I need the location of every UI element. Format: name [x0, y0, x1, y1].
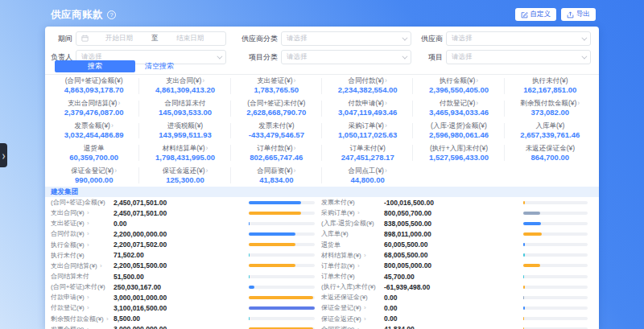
summary-card[interactable]: 合同薪资(¥)›41,834.00 — [231, 164, 322, 187]
metric-bar-track — [249, 201, 315, 204]
project-select[interactable]: 请选择 — [446, 50, 591, 64]
metric-row[interactable]: 支出签证(¥) ›0.00 — [45, 218, 316, 228]
metric-value: 2,200,000,000.00 — [114, 230, 249, 238]
metric-row[interactable]: 材料结算单(¥) ›68,005,500.00 — [316, 250, 599, 261]
metric-label: 发票金额(¥) — [51, 326, 85, 329]
summary-card[interactable]: 订单付款(¥)›802,665,747.46 — [231, 142, 322, 164]
chevron-down-icon — [402, 53, 407, 59]
supplier-category-select[interactable]: 请选择 — [281, 31, 411, 46]
drilldown-arrow-icon: › — [118, 99, 120, 107]
group-metrics-list: (合同+签证)金额(¥)2,450,071,501.00支出合同(¥) ›2,4… — [45, 197, 599, 329]
metric-value: 2,450,071,501.00 — [114, 199, 249, 207]
metric-bar-track — [523, 306, 588, 310]
card-label: 合同付款(¥) — [349, 76, 384, 84]
summary-card[interactable]: 合同点工(¥)›44,800.00 — [322, 164, 413, 187]
summary-card[interactable]: 合同付款(¥)›2,234,382,554.00 — [322, 75, 413, 97]
export-label: 导出 — [576, 10, 590, 19]
drilldown-arrow-icon: › — [85, 209, 89, 216]
drilldown-arrow-icon: › — [385, 167, 387, 175]
metric-row[interactable]: 合同付款(¥) ›2,200,000,000.00 — [45, 228, 316, 239]
project-category-label: 项目分类 — [236, 50, 278, 64]
metric-bar-fill — [249, 232, 295, 236]
summary-card[interactable]: 发票金额(¥)›3,032,454,486.89 — [48, 120, 139, 142]
card-label: 保证金登记(¥) — [71, 167, 114, 175]
summary-card[interactable]: 剩余预付款金额(¥)›373,082.00 — [505, 97, 596, 120]
metric-row[interactable]: 发票金额(¥) ›3,000,000,000.00 — [45, 324, 316, 329]
summary-card[interactable]: 执行金额(¥)›2,396,550,405.00 — [413, 75, 504, 97]
export-icon — [567, 11, 574, 19]
customize-button[interactable]: 自定义 — [515, 8, 557, 21]
drilldown-arrow-icon: › — [294, 167, 296, 175]
metric-value: 0.00 — [384, 315, 523, 323]
clear-search-link[interactable]: 清空搜索 — [145, 60, 174, 72]
metric-bar-track — [249, 286, 315, 289]
card-label: 订单未付(¥) — [349, 144, 385, 152]
metric-row[interactable]: 保证金返还(¥) ›0.00 — [316, 314, 599, 324]
summary-card[interactable]: 材料结算单(¥)›1,798,431,995.00 — [139, 142, 230, 164]
card-value: 1,050,117,025.63 — [322, 130, 413, 140]
drilldown-arrow-icon: › — [385, 121, 387, 130]
help-icon[interactable]: ? — [107, 10, 116, 19]
filter-bar: 期间 开始日期 至 结束日期 供应商分类 请选择 供应商 请选择 负责人 请选择… — [45, 27, 599, 75]
metrics-column-left: (合同+签证)金额(¥)2,450,071,501.00支出合同(¥) ›2,4… — [45, 197, 316, 329]
summary-card[interactable]: 保证金登记(¥)›990,000.00 — [48, 164, 139, 187]
metric-row: 订单未付(¥)45,700.00 — [316, 271, 599, 282]
collapsed-sidebar-handle[interactable]: ❯ — [0, 143, 7, 167]
metric-bar-track — [249, 275, 315, 278]
card-value: 4,861,309,413.20 — [139, 85, 230, 95]
metric-row[interactable]: 支出合同结算(¥) ›2,200,051,500.00 — [45, 261, 316, 271]
metric-bar-fill — [523, 286, 525, 289]
drilldown-arrow-icon: › — [114, 167, 117, 175]
drilldown-arrow-icon: › — [85, 220, 89, 227]
summary-card[interactable]: 采购订单(¥)›1,050,117,025.63 — [322, 120, 413, 142]
group-title[interactable]: 建发集团 — [51, 187, 78, 197]
metric-row: (入库-退货)金额(¥)838,005,500.00 — [316, 218, 599, 228]
card-label: 退货单 — [84, 144, 105, 152]
metric-bar-track — [523, 212, 588, 215]
summary-card[interactable]: 付款申请(¥)›3,047,119,493.46 — [322, 97, 413, 120]
drilldown-arrow-icon: › — [356, 262, 360, 269]
metric-value: 800,005,000.00 — [384, 261, 523, 269]
summary-card-row: (合同+签证)金额(¥)4,863,093,178.70支出合同(¥)›4,86… — [48, 75, 596, 97]
summary-card: 未返还保证金(¥)864,700.00 — [505, 142, 596, 164]
drilldown-arrow-icon: › — [85, 326, 89, 329]
metric-row[interactable]: 付款申请(¥) ›3,000,001,000.00 — [45, 292, 316, 302]
metric-bar-fill — [523, 253, 525, 257]
metric-row[interactable]: 支出合同(¥) ›2,450,071,501.00 — [45, 208, 316, 218]
metric-label: 入库单(¥) — [321, 230, 349, 237]
card-label: 发票金额(¥) — [75, 121, 110, 130]
metric-row[interactable]: 订单付款(¥) ›800,005,000.00 — [316, 261, 599, 271]
metric-row[interactable]: 执行金额(¥) ›2,200,071,502.00 — [45, 240, 316, 250]
metric-row: 合同结算未付51,500.00 — [45, 271, 316, 282]
metric-row: (合同+签证)未付(¥)250,030,167.00 — [45, 282, 316, 292]
card-label: 发票未付(¥) — [258, 121, 294, 130]
page-title: 供应商账款 — [51, 8, 103, 22]
drilldown-arrow-icon: › — [362, 304, 366, 311]
metric-bar-track — [249, 296, 315, 299]
summary-card[interactable]: 付款登记(¥)›3,465,934,033.46 — [413, 97, 504, 120]
summary-card: 发票未付(¥)-433,479,546.57 — [231, 120, 322, 142]
metric-value: -61,939,498.00 — [384, 283, 523, 291]
search-button[interactable]: 搜索 — [55, 60, 135, 72]
metric-value: 0.00 — [384, 304, 523, 312]
summary-card[interactable]: 支出签证(¥)›1,783,765.50 — [231, 75, 322, 97]
supplier-select[interactable]: 请选择 — [446, 31, 591, 46]
summary-card[interactable]: 保证金返还(¥)›125,300.00 — [139, 164, 230, 187]
metric-row[interactable]: 合同薪资(¥) ›41,834.00 — [316, 324, 599, 329]
card-label: (合同+签证)金额(¥) — [65, 76, 123, 84]
metric-row[interactable]: 付款登记(¥) ›3,100,016,500.00 — [45, 302, 316, 313]
select-placeholder: 请选择 — [287, 52, 308, 62]
metric-value: 51,500.00 — [114, 273, 249, 281]
summary-card[interactable]: 支出合同结算(¥)›2,379,476,087.00 — [48, 97, 139, 120]
drilldown-arrow-icon: › — [356, 209, 360, 216]
metric-row[interactable]: 剩余预付款金额(¥) ›8,500.00 — [45, 314, 316, 324]
date-range-input[interactable]: 开始日期 至 结束日期 — [76, 31, 226, 46]
metric-row: 执行未付(¥)71,502.00 — [45, 250, 316, 261]
export-button[interactable]: 导出 — [561, 8, 596, 21]
card-value: 1,798,431,995.00 — [139, 153, 230, 162]
summary-card[interactable]: 支出合同(¥)›4,861,309,413.20 — [139, 75, 230, 97]
project-category-select[interactable]: 请选择 — [281, 50, 411, 64]
metric-row[interactable]: 采购订单(¥) ›800,050,700.00 — [316, 208, 599, 218]
metric-row[interactable]: 保证金登记(¥) ›0.00 — [316, 302, 599, 313]
metric-label: (入库-退货)金额(¥) — [321, 220, 374, 227]
